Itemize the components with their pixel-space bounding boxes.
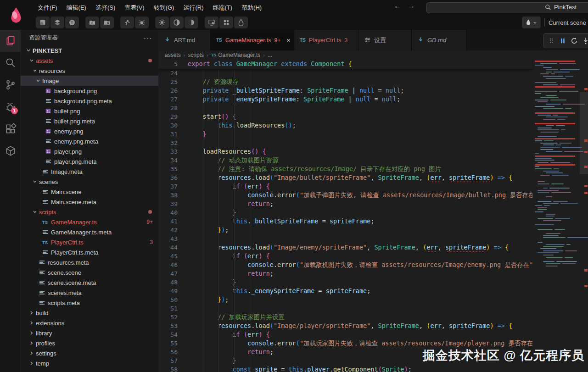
- tree-item-bullet-png[interactable]: bullet.png: [21, 106, 158, 116]
- tree-item-scene-scene[interactable]: scene.scene: [21, 267, 158, 278]
- breadcrumb[interactable]: assets›scripts›TSGameManager.ts›...: [158, 50, 588, 60]
- activity-package-cube-icon[interactable]: [0, 140, 21, 162]
- close-icon[interactable]: ×: [286, 37, 290, 44]
- breadcrumb-item-2[interactable]: TSGameManager.ts: [211, 52, 261, 58]
- tab-playerctrl-ts[interactable]: TSPlayerCtrl.ts3: [294, 30, 358, 50]
- line-number[interactable]: 50: [158, 295, 179, 304]
- tree-item-profiles[interactable]: profiles: [21, 338, 158, 348]
- line-number[interactable]: 51: [158, 304, 179, 313]
- half-circle-icon[interactable]: [185, 17, 198, 28]
- grid-squares-icon[interactable]: [219, 17, 233, 28]
- tree-item-bullet-png-meta[interactable]: bullet.png.meta: [21, 116, 158, 126]
- code-line-52[interactable]: 52 // 加载玩家图片并设置: [158, 313, 532, 322]
- line-number[interactable]: 34: [158, 156, 179, 165]
- line-number[interactable]: 31: [158, 130, 179, 139]
- code-line-27[interactable]: 27 private _enemySpriteFrame: SpriteFram…: [158, 95, 532, 104]
- code-line-54[interactable]: 54 if (err) {: [158, 330, 532, 339]
- scrollbar-slider[interactable]: [580, 92, 588, 174]
- line-number[interactable]: 58: [158, 365, 179, 372]
- tree-item-enemy-png[interactable]: enemy.png: [21, 126, 158, 136]
- tree-item-playerctrl-ts-meta[interactable]: PlayerCtrl.ts.meta: [21, 247, 158, 257]
- sidebar-more-actions-icon[interactable]: ···: [144, 34, 152, 42]
- line-number[interactable]: 56: [158, 348, 179, 356]
- line-number[interactable]: 36: [158, 173, 179, 182]
- code-line-26[interactable]: 26 private _bulletSpriteFrame: SpriteFra…: [158, 86, 532, 95]
- code-line-36[interactable]: 36 resources.load("Image/bullet/spriteFr…: [158, 173, 532, 182]
- line-number[interactable]: 54: [158, 330, 179, 339]
- tree-item-background-png[interactable]: background.png: [21, 86, 158, 96]
- step-into-icon[interactable]: [581, 35, 588, 46]
- tree-item-playerctrl-ts[interactable]: TSPlayerCtrl.ts3: [21, 237, 158, 247]
- tree-item-scripts-meta[interactable]: scripts.meta: [21, 298, 158, 308]
- folder-media-icon[interactable]: [100, 17, 114, 28]
- line-number[interactable]: 49: [158, 287, 179, 295]
- code-editor[interactable]: 2425 // 资源缓存26 private _bulletSpriteFram…: [158, 69, 532, 372]
- activity-explorer-icon[interactable]: [0, 30, 21, 52]
- current-scene-label[interactable]: Current scene: [549, 19, 586, 26]
- line-number[interactable]: 32: [158, 139, 179, 147]
- line-number[interactable]: 39: [158, 200, 179, 208]
- line-number[interactable]: 33: [158, 147, 179, 156]
- line-number[interactable]: 44: [158, 243, 179, 252]
- code-line-43[interactable]: 43: [158, 234, 532, 243]
- command-center-search[interactable]: PinkTest: [426, 2, 588, 13]
- activity-source-control-icon[interactable]: [0, 74, 21, 96]
- sticky-scroll-line[interactable]: 5export class GameManager extends Compon…: [158, 60, 532, 69]
- menu-item-6[interactable]: 终端(T): [208, 2, 237, 14]
- line-number[interactable]: 52: [158, 313, 179, 322]
- tree-item-assets[interactable]: assets: [21, 56, 158, 66]
- activity-run-and-debug-icon[interactable]: 1: [0, 96, 21, 118]
- tree-item-scenes[interactable]: scenes: [21, 177, 158, 187]
- line-number[interactable]: 24: [158, 69, 179, 78]
- code-line-37[interactable]: 37 if (err) {: [158, 182, 532, 191]
- line-number[interactable]: 28: [158, 104, 179, 112]
- layers-icon[interactable]: [50, 17, 64, 28]
- code-line-34[interactable]: 34 // 动态加载图片资源: [158, 156, 532, 165]
- nav-back-button[interactable]: ←: [394, 2, 401, 10]
- tree-item-library[interactable]: library: [21, 328, 158, 338]
- menu-item-0[interactable]: 文件(F): [33, 2, 62, 14]
- code-line-44[interactable]: 44 resources.load("Image/enemy/spriteFra…: [158, 243, 532, 252]
- line-number[interactable]: 42: [158, 226, 179, 234]
- code-line-25[interactable]: 25 // 资源缓存: [158, 78, 532, 86]
- line-number[interactable]: 35: [158, 165, 179, 173]
- breadcrumb-item-1[interactable]: scripts: [188, 52, 204, 58]
- line-number[interactable]: 43: [158, 234, 179, 243]
- code-line-42[interactable]: 42 });: [158, 226, 532, 234]
- line-number[interactable]: 57: [158, 356, 179, 365]
- line-number[interactable]: 37: [158, 182, 179, 191]
- code-line-53[interactable]: 53 resources.load("Image/player/spriteFr…: [158, 322, 532, 330]
- folder-icon[interactable]: [85, 17, 99, 28]
- code-line-51[interactable]: 51: [158, 304, 532, 313]
- tree-item-enemy-png-meta[interactable]: enemy.png.meta: [21, 136, 158, 146]
- tree-item-gamemanager-ts-meta[interactable]: GameManager.ts.meta: [21, 227, 158, 237]
- code-line-29[interactable]: 29 start() {: [158, 112, 532, 121]
- tree-item-extensions[interactable]: extensions: [21, 318, 158, 328]
- line-number[interactable]: 46: [158, 261, 179, 269]
- line-number[interactable]: 27: [158, 95, 179, 104]
- tree-item-image-meta[interactable]: Image.meta: [21, 167, 158, 177]
- code-line-49[interactable]: 49 this._enemySpriteFrame = spriteFrame;: [158, 287, 532, 295]
- line-number[interactable]: 26: [158, 86, 179, 95]
- sun-icon[interactable]: [155, 17, 169, 28]
- menu-item-5[interactable]: 运行(R): [179, 2, 208, 14]
- editor-scrollbar[interactable]: [580, 59, 588, 372]
- pause-icon[interactable]: [558, 35, 567, 46]
- tree-item-main-scene-meta[interactable]: Main.scene.meta: [21, 197, 158, 207]
- tree-item-image[interactable]: Image: [21, 76, 158, 86]
- minimap[interactable]: [534, 59, 580, 372]
- tree-item-build[interactable]: build: [21, 308, 158, 318]
- scene-droplet-dropdown[interactable]: [522, 17, 541, 28]
- contrast-icon[interactable]: [170, 17, 184, 28]
- tab-gd-md[interactable]: GD.md: [412, 30, 467, 50]
- line-number[interactable]: 41: [158, 217, 179, 226]
- nav-forward-button[interactable]: →: [408, 2, 415, 10]
- tree-item-resources[interactable]: resources: [21, 66, 158, 76]
- code-line-35[interactable]: 35 // 注意: 请确保 assets/resources/Image/ 目录…: [158, 165, 532, 173]
- menu-item-1[interactable]: 编辑(E): [62, 2, 91, 14]
- tab-art-md[interactable]: ART.md: [158, 30, 211, 50]
- line-number[interactable]: 47: [158, 269, 179, 278]
- tree-item-settings[interactable]: settings: [21, 348, 158, 358]
- list-circle-icon[interactable]: [65, 17, 79, 28]
- code-line-30[interactable]: 30 this.loadResources();: [158, 121, 532, 130]
